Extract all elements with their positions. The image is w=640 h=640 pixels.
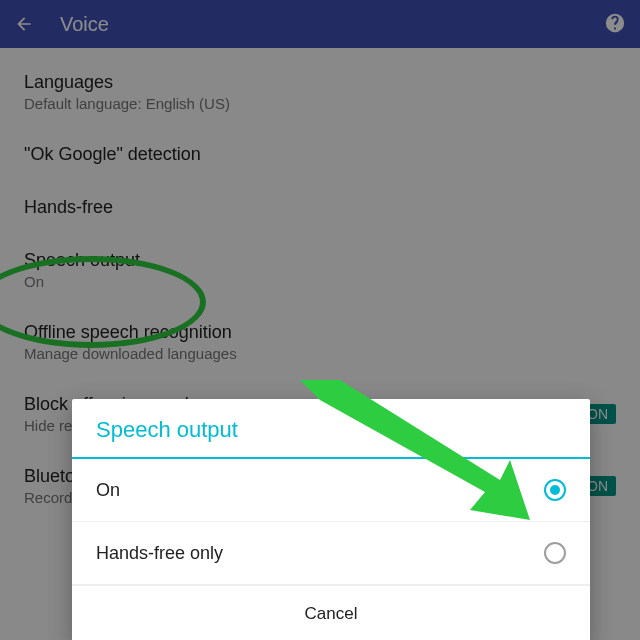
dialog-option-on[interactable]: On: [72, 459, 590, 522]
dialog-title: Speech output: [72, 399, 590, 457]
dialog-cancel-button[interactable]: Cancel: [72, 585, 590, 640]
dialog-option-on-radio[interactable]: [544, 479, 566, 501]
dialog-option-hands-free-only[interactable]: Hands-free only: [72, 522, 590, 585]
dialog-option-hands-free-radio[interactable]: [544, 542, 566, 564]
voice-settings-screen: Voice Languages Default language: Englis…: [0, 0, 640, 640]
speech-output-dialog: Speech output On Hands-free only Cancel: [72, 399, 590, 640]
